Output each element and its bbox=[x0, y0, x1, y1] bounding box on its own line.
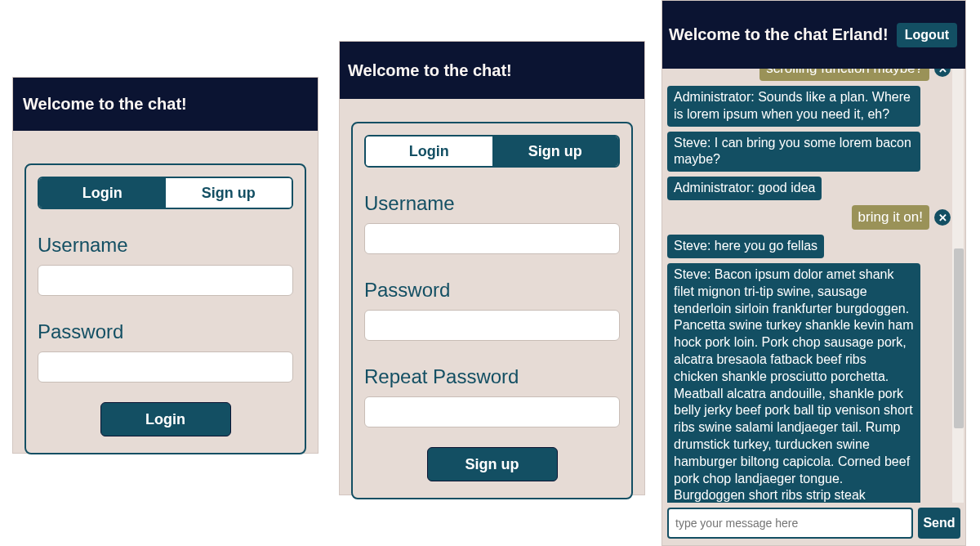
message-row: Steve: I can bring you some lorem bacon … bbox=[667, 132, 951, 172]
chat-messages[interactable]: scrolling function maybe?✕Administrator:… bbox=[667, 69, 951, 503]
repeat-password-label: Repeat Password bbox=[364, 365, 620, 388]
repeat-password-input[interactable] bbox=[364, 396, 620, 427]
signup-panel: Welcome to the chat! Login Sign up Usern… bbox=[339, 41, 645, 495]
header-title: Welcome to the chat! bbox=[348, 61, 512, 80]
chat-input-bar: Send bbox=[667, 508, 960, 539]
message-other: Steve: here you go fellas bbox=[667, 235, 824, 258]
login-panel: Welcome to the chat! Login Sign up Usern… bbox=[12, 77, 318, 454]
tab-signup[interactable]: Sign up bbox=[166, 178, 292, 208]
password-input[interactable] bbox=[38, 351, 293, 383]
panel-header: Welcome to the chat! bbox=[13, 78, 318, 131]
chat-panel: Welcome to the chat Erland! Logout scrol… bbox=[662, 0, 966, 546]
message-input[interactable] bbox=[667, 508, 913, 539]
message-other: Administrator: good idea bbox=[667, 177, 822, 200]
tab-login[interactable]: Login bbox=[39, 178, 166, 208]
message-row: Administrator: good idea bbox=[667, 177, 951, 200]
scrollbar-thumb[interactable] bbox=[954, 248, 964, 428]
username-label: Username bbox=[38, 234, 293, 257]
message-row: Administrator: Sounds like a plan. Where… bbox=[667, 86, 951, 127]
panel-header: Welcome to the chat Erland! Logout bbox=[662, 1, 965, 69]
send-button[interactable]: Send bbox=[918, 508, 960, 539]
panel-header: Welcome to the chat! bbox=[340, 42, 644, 99]
signup-button[interactable]: Sign up bbox=[427, 447, 558, 481]
message-other: Steve: I can bring you some lorem bacon … bbox=[667, 132, 920, 172]
delete-message-icon[interactable]: ✕ bbox=[934, 209, 951, 226]
login-card: Login Sign up Username Password Login bbox=[24, 163, 306, 454]
password-label: Password bbox=[38, 320, 293, 343]
message-row: Steve: Bacon ipsum dolor amet shank file… bbox=[667, 263, 951, 503]
message-row: bring it on!✕ bbox=[667, 205, 951, 230]
auth-tabs: Login Sign up bbox=[364, 135, 620, 168]
message-mine: scrolling function maybe? bbox=[760, 69, 929, 81]
username-input[interactable] bbox=[38, 265, 293, 296]
message-row: Steve: here you go fellas bbox=[667, 235, 951, 258]
username-input[interactable] bbox=[364, 223, 620, 254]
message-other: Administrator: Sounds like a plan. Where… bbox=[667, 86, 920, 127]
logout-button[interactable]: Logout bbox=[897, 23, 957, 47]
header-title: Welcome to the chat Erland! bbox=[669, 25, 889, 44]
delete-message-icon[interactable]: ✕ bbox=[934, 69, 951, 77]
chat-body: scrolling function maybe?✕Administrator:… bbox=[662, 69, 965, 503]
username-label: Username bbox=[364, 192, 620, 215]
password-input[interactable] bbox=[364, 310, 620, 341]
header-title: Welcome to the chat! bbox=[23, 95, 187, 114]
signup-card: Login Sign up Username Password Repeat P… bbox=[351, 122, 633, 499]
message-row: scrolling function maybe?✕ bbox=[667, 69, 951, 81]
tab-signup[interactable]: Sign up bbox=[492, 136, 619, 166]
password-label: Password bbox=[364, 279, 620, 302]
tab-login[interactable]: Login bbox=[366, 136, 492, 166]
message-other: Steve: Bacon ipsum dolor amet shank file… bbox=[667, 263, 920, 503]
login-button[interactable]: Login bbox=[100, 402, 231, 436]
auth-tabs: Login Sign up bbox=[38, 177, 293, 209]
message-mine: bring it on! bbox=[852, 205, 929, 230]
